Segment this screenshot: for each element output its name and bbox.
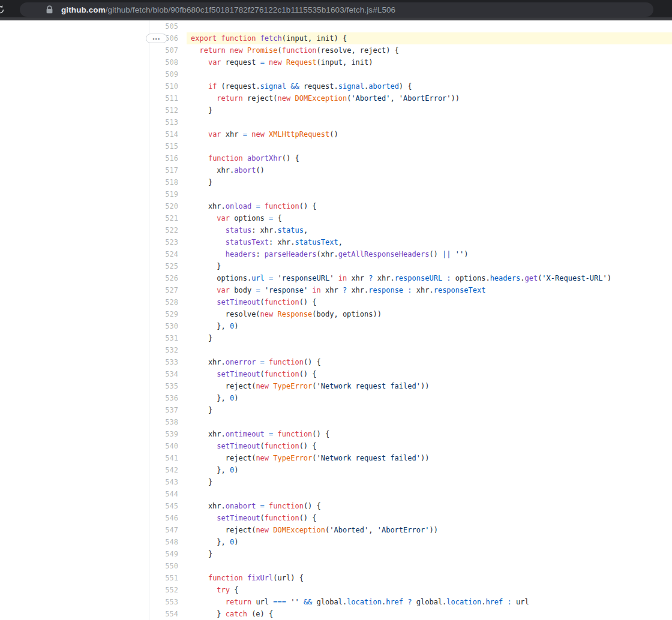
line-number[interactable]: 522: [149, 224, 187, 236]
line-number[interactable]: 552: [149, 584, 187, 596]
line-number[interactable]: 516: [149, 152, 187, 164]
line-number[interactable]: 531: [149, 332, 187, 344]
code-line: export function fetch(input, init) {: [187, 32, 672, 44]
line-number[interactable]: 521: [149, 212, 187, 224]
line-number[interactable]: 507: [149, 44, 187, 56]
line-number[interactable]: 510: [149, 80, 187, 92]
line-number[interactable]: 513: [149, 116, 187, 128]
code-line-row: 549 }: [149, 548, 672, 560]
line-number[interactable]: 526: [149, 272, 187, 284]
code-line: headers: parseHeaders(xhr.getAllResponse…: [187, 248, 672, 260]
code-line: [187, 188, 672, 200]
line-number[interactable]: 541: [149, 452, 187, 464]
code-line: xhr.onload = function() {: [187, 200, 672, 212]
code-line: function fixUrl(url) {: [187, 572, 672, 584]
line-number[interactable]: 534: [149, 368, 187, 380]
code-line-row: 552 try {: [149, 584, 672, 596]
code-line-row: 546 setTimeout(function() {: [149, 512, 672, 524]
code-line-row: 525 }: [149, 260, 672, 272]
code-line-row: 538: [149, 416, 672, 428]
code-line-row: 507 return new Promise(function(resolve,…: [149, 44, 672, 56]
code-line: [187, 116, 672, 128]
code-line-row: 554 } catch (e) {: [149, 608, 672, 620]
line-number[interactable]: 533: [149, 356, 187, 368]
line-number[interactable]: 530: [149, 320, 187, 332]
url-bar[interactable]: github.com/github/fetch/blob/90fb680c1f5…: [20, 2, 653, 17]
code-line-row: 529 resolve(new Response(body, options)): [149, 308, 672, 320]
line-number[interactable]: 547: [149, 524, 187, 536]
line-number[interactable]: 523: [149, 236, 187, 248]
line-number[interactable]: 539: [149, 428, 187, 440]
line-number[interactable]: 527: [149, 284, 187, 296]
code-line: [187, 560, 672, 572]
code-line: try {: [187, 584, 672, 596]
line-number[interactable]: 519: [149, 188, 187, 200]
code-line: xhr.onabort = function() {: [187, 500, 672, 512]
code-line: [187, 68, 672, 80]
code-line-row: 541 reject(new TypeError('Network reques…: [149, 452, 672, 464]
code-line-row: 518 }: [149, 176, 672, 188]
expand-code-button[interactable]: •••: [146, 34, 167, 43]
code-line-row: 528 setTimeout(function() {: [149, 296, 672, 308]
line-number[interactable]: 545: [149, 500, 187, 512]
code-line-row: 520 xhr.onload = function() {: [149, 200, 672, 212]
line-number[interactable]: 505: [149, 20, 187, 32]
line-number[interactable]: 514: [149, 128, 187, 140]
code-line: }: [187, 332, 672, 344]
code-line-row: 523 statusText: xhr.statusText,: [149, 236, 672, 248]
line-number[interactable]: 518: [149, 176, 187, 188]
line-number[interactable]: 520: [149, 200, 187, 212]
line-number[interactable]: 540: [149, 440, 187, 452]
reload-icon[interactable]: [0, 4, 5, 15]
line-number[interactable]: 536: [149, 392, 187, 404]
code-line: setTimeout(function() {: [187, 368, 672, 380]
code-line-row: 537 }: [149, 404, 672, 416]
line-number[interactable]: 525: [149, 260, 187, 272]
code-line-row: 532: [149, 344, 672, 356]
code-line-row: 534 setTimeout(function() {: [149, 368, 672, 380]
line-number[interactable]: 548: [149, 536, 187, 548]
line-number[interactable]: 550: [149, 560, 187, 572]
code-line-row: 521 var options = {: [149, 212, 672, 224]
line-number[interactable]: 515: [149, 140, 187, 152]
line-number[interactable]: 553: [149, 596, 187, 608]
code-line-row: 508 var request = new Request(input, ini…: [149, 56, 672, 68]
code-line: reject(new DOMException('Aborted', 'Abor…: [187, 524, 672, 536]
code-line: xhr.ontimeout = function() {: [187, 428, 672, 440]
line-number[interactable]: 544: [149, 488, 187, 500]
code-line-row: 510 if (request.signal && request.signal…: [149, 80, 672, 92]
code-line: function abortXhr() {: [187, 152, 672, 164]
code-line-row: 536 }, 0): [149, 392, 672, 404]
code-line-row: 530 }, 0): [149, 320, 672, 332]
code-line-row: 540 setTimeout(function() {: [149, 440, 672, 452]
line-number[interactable]: 509: [149, 68, 187, 80]
line-number[interactable]: 554: [149, 608, 187, 620]
code-line-row: 547 reject(new DOMException('Aborted', '…: [149, 524, 672, 536]
line-number[interactable]: 543: [149, 476, 187, 488]
line-number[interactable]: 524: [149, 248, 187, 260]
line-number[interactable]: 511: [149, 92, 187, 104]
line-number[interactable]: 551: [149, 572, 187, 584]
line-number[interactable]: 542: [149, 464, 187, 476]
line-number[interactable]: 528: [149, 296, 187, 308]
line-number[interactable]: 508: [149, 56, 187, 68]
code-line: [187, 416, 672, 428]
code-line-row: 544: [149, 488, 672, 500]
line-number[interactable]: 535: [149, 380, 187, 392]
code-line: }, 0): [187, 464, 672, 476]
code-line-row: 522 status: xhr.status,: [149, 224, 672, 236]
line-number[interactable]: 529: [149, 308, 187, 320]
code-line: statusText: xhr.statusText,: [187, 236, 672, 248]
code-line-row: 553 return url === '' && global.location…: [149, 596, 672, 608]
line-number[interactable]: 532: [149, 344, 187, 356]
line-number[interactable]: 517: [149, 164, 187, 176]
line-number[interactable]: 549: [149, 548, 187, 560]
line-number[interactable]: 546: [149, 512, 187, 524]
line-number[interactable]: 537: [149, 404, 187, 416]
code-line: if (request.signal && request.signal.abo…: [187, 80, 672, 92]
code-line-row: 542 }, 0): [149, 464, 672, 476]
code-line: xhr.onerror = function() {: [187, 356, 672, 368]
line-number[interactable]: 538: [149, 416, 187, 428]
line-number[interactable]: 512: [149, 104, 187, 116]
code-line-row: 539 xhr.ontimeout = function() {: [149, 428, 672, 440]
